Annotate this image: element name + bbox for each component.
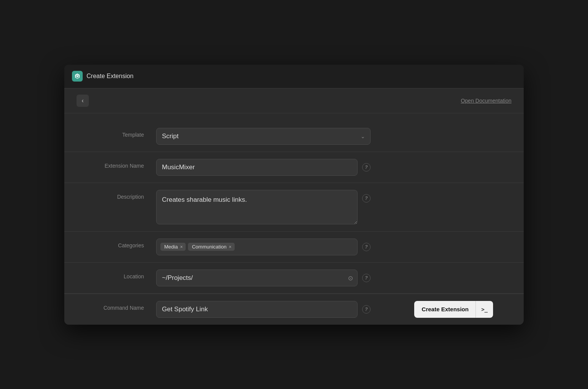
extension-name-input-wrapper: ?: [156, 159, 371, 176]
description-textarea[interactable]: Creates sharable music links.: [156, 190, 358, 224]
header-row: ‹ Open Documentation: [64, 88, 524, 113]
help-question-mark-desc: ?: [365, 196, 368, 201]
location-input-wrapper: ⊙ ?: [156, 270, 371, 286]
category-tag-media-label: Media: [164, 244, 178, 250]
help-question-mark-cat: ?: [365, 244, 368, 250]
category-tag-communication-label: Communication: [192, 244, 226, 250]
help-question-mark: ?: [365, 165, 368, 170]
window: Create Extension ‹ Open Documentation Te…: [64, 65, 524, 325]
app-icon: [72, 71, 83, 82]
back-icon: ‹: [82, 97, 83, 104]
command-name-label: Command Name: [95, 301, 156, 311]
category-tag-communication: Communication ×: [188, 243, 234, 251]
create-extension-button[interactable]: Create Extension >_: [414, 301, 493, 318]
create-extension-button-label: Create Extension: [414, 306, 476, 312]
form-area: Template Script No View Menu Bar Extra M…: [64, 113, 524, 325]
location-input[interactable]: [156, 270, 358, 286]
description-label: Description: [95, 190, 156, 200]
extension-name-input[interactable]: [156, 159, 358, 176]
location-folder-button[interactable]: ⊙: [348, 274, 353, 281]
help-question-mark-cmd: ?: [365, 307, 368, 312]
template-select-wrapper: Script No View Menu Bar Extra Module ⌄: [156, 128, 371, 145]
location-help-icon[interactable]: ?: [362, 274, 371, 282]
category-tag-communication-remove[interactable]: ×: [229, 244, 232, 250]
template-row: Template Script No View Menu Bar Extra M…: [64, 121, 524, 152]
command-name-input[interactable]: [156, 301, 358, 318]
template-label: Template: [95, 128, 156, 138]
categories-help-icon[interactable]: ?: [362, 243, 371, 251]
main-content: ‹ Open Documentation Template Script No …: [64, 88, 524, 325]
folder-icon: ⊙: [348, 274, 353, 281]
command-create-row: Command Name ? Create Extension >_: [64, 294, 524, 325]
command-name-input-wrapper: ?: [156, 301, 371, 318]
back-button[interactable]: ‹: [77, 95, 89, 107]
window-title: Create Extension: [87, 73, 134, 80]
extension-name-row: Extension Name ?: [64, 152, 524, 183]
title-bar: Create Extension: [64, 65, 524, 88]
command-name-help-icon[interactable]: ?: [362, 305, 371, 314]
template-input-wrapper: Script No View Menu Bar Extra Module ⌄: [156, 128, 371, 145]
extension-name-help-icon[interactable]: ?: [362, 163, 371, 172]
extension-name-label: Extension Name: [95, 159, 156, 169]
open-documentation-button[interactable]: Open Documentation: [461, 98, 511, 104]
bottom-section: Command Name ? Create Extension >_: [64, 294, 524, 325]
categories-field[interactable]: Media × Communication ×: [156, 239, 358, 255]
categories-label: Categories: [95, 239, 156, 248]
location-field-wrapper: ⊙: [156, 270, 358, 286]
command-name-group: Command Name ?: [95, 301, 405, 318]
category-tag-media-remove[interactable]: ×: [180, 244, 183, 250]
location-label: Location: [95, 270, 156, 279]
description-input-wrapper: Creates sharable music links. ?: [156, 190, 371, 224]
location-row: Location ⊙ ?: [64, 263, 524, 294]
description-row: Description Creates sharable music links…: [64, 183, 524, 232]
description-help-icon[interactable]: ?: [362, 194, 371, 203]
svg-point-0: [77, 75, 78, 77]
categories-input-wrapper: Media × Communication × ?: [156, 239, 371, 255]
categories-row: Categories Media × Communication × ?: [64, 232, 524, 263]
category-tag-media: Media ×: [160, 243, 186, 251]
terminal-icon: >_: [476, 306, 493, 312]
template-select[interactable]: Script No View Menu Bar Extra Module: [156, 128, 371, 145]
help-question-mark-loc: ?: [365, 275, 368, 281]
